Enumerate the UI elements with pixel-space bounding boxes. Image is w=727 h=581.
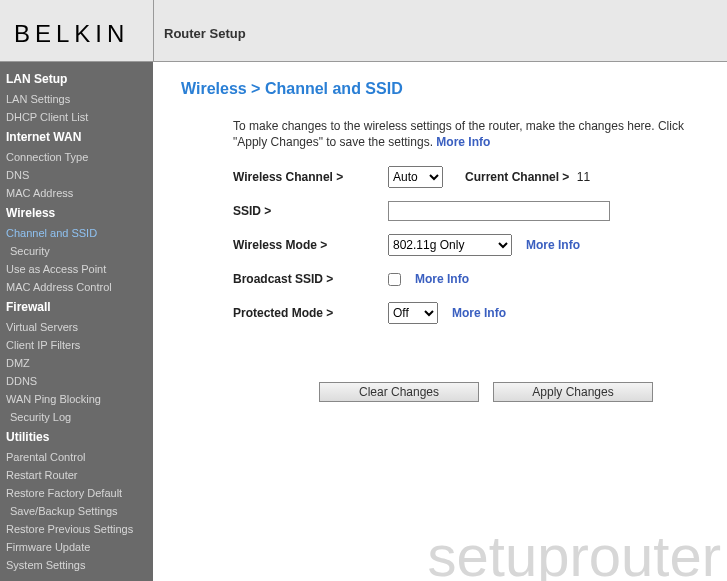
broadcast-ssid-more-info-link[interactable]: More Info bbox=[415, 272, 469, 286]
ssid-input[interactable] bbox=[388, 201, 610, 221]
sidebar-item[interactable]: Parental Control bbox=[0, 448, 153, 466]
sidebar-heading: LAN Setup bbox=[0, 68, 153, 90]
wireless-mode-more-info-link[interactable]: More Info bbox=[526, 238, 580, 252]
instructions: To make changes to the wireless settings… bbox=[233, 118, 713, 150]
row-wireless-channel: Wireless Channel > Auto Current Channel … bbox=[233, 164, 713, 190]
ssid-label: SSID > bbox=[233, 204, 388, 218]
settings-form: Wireless Channel > Auto Current Channel … bbox=[233, 164, 713, 326]
sidebar-item[interactable]: Restart Router bbox=[0, 466, 153, 484]
sidebar-item[interactable]: MAC Address Control bbox=[0, 278, 153, 296]
content-area: Wireless > Channel and SSID To make chan… bbox=[153, 62, 727, 581]
sidebar-item[interactable]: Restore Previous Settings bbox=[0, 520, 153, 538]
wireless-channel-label: Wireless Channel > bbox=[233, 170, 388, 184]
sidebar-heading: Wireless bbox=[0, 202, 153, 224]
instructions-more-info-link[interactable]: More Info bbox=[436, 135, 490, 149]
row-protected-mode: Protected Mode > Off More Info bbox=[233, 300, 713, 326]
current-channel-value: 11 bbox=[577, 170, 590, 184]
sidebar-item[interactable]: System Settings bbox=[0, 556, 153, 574]
clear-changes-button[interactable]: Clear Changes bbox=[319, 382, 479, 402]
sidebar-item[interactable]: Use as Access Point bbox=[0, 260, 153, 278]
header-divider bbox=[153, 0, 154, 62]
sidebar-item[interactable]: DDNS bbox=[0, 372, 153, 390]
header: BELKIN Router Setup bbox=[0, 0, 727, 62]
protected-mode-select[interactable]: Off bbox=[388, 302, 438, 324]
button-row: Clear Changes Apply Changes bbox=[319, 382, 713, 402]
sidebar-item[interactable]: DMZ bbox=[0, 354, 153, 372]
sidebar-item[interactable]: DNS bbox=[0, 166, 153, 184]
sidebar-heading: Firewall bbox=[0, 296, 153, 318]
protected-mode-label: Protected Mode > bbox=[233, 306, 388, 320]
row-ssid: SSID > bbox=[233, 198, 713, 224]
protected-mode-more-info-link[interactable]: More Info bbox=[452, 306, 506, 320]
sidebar-item[interactable]: MAC Address bbox=[0, 184, 153, 202]
sidebar-item[interactable]: LAN Settings bbox=[0, 90, 153, 108]
sidebar-heading: Internet WAN bbox=[0, 126, 153, 148]
apply-changes-button[interactable]: Apply Changes bbox=[493, 382, 653, 402]
sidebar-nav: LAN SetupLAN SettingsDHCP Client ListInt… bbox=[0, 62, 153, 581]
row-broadcast-ssid: Broadcast SSID > More Info bbox=[233, 266, 713, 292]
watermark: setuprouter bbox=[428, 522, 721, 581]
wireless-channel-select[interactable]: Auto bbox=[388, 166, 443, 188]
sidebar-item[interactable]: Firmware Update bbox=[0, 538, 153, 556]
sidebar-heading: Utilities bbox=[0, 426, 153, 448]
sidebar-item[interactable]: Security Log bbox=[0, 408, 153, 426]
sidebar-item[interactable]: Connection Type bbox=[0, 148, 153, 166]
sidebar-item[interactable]: Client IP Filters bbox=[0, 336, 153, 354]
current-channel-label: Current Channel > bbox=[465, 170, 569, 184]
sidebar-item[interactable]: WAN Ping Blocking bbox=[0, 390, 153, 408]
wireless-mode-select[interactable]: 802.11g Only bbox=[388, 234, 512, 256]
sidebar-item[interactable]: Save/Backup Settings bbox=[0, 502, 153, 520]
wireless-mode-label: Wireless Mode > bbox=[233, 238, 388, 252]
logo: BELKIN bbox=[14, 20, 129, 48]
row-wireless-mode: Wireless Mode > 802.11g Only More Info bbox=[233, 232, 713, 258]
broadcast-ssid-label: Broadcast SSID > bbox=[233, 272, 388, 286]
sidebar-item[interactable]: Security bbox=[0, 242, 153, 260]
broadcast-ssid-checkbox[interactable] bbox=[388, 273, 401, 286]
sidebar-item-active[interactable]: Channel and SSID bbox=[0, 224, 153, 242]
sidebar-item[interactable]: Virtual Servers bbox=[0, 318, 153, 336]
header-title: Router Setup bbox=[164, 26, 246, 41]
sidebar-item[interactable]: Restore Factory Default bbox=[0, 484, 153, 502]
page-title: Wireless > Channel and SSID bbox=[181, 80, 713, 98]
sidebar-item[interactable]: DHCP Client List bbox=[0, 108, 153, 126]
